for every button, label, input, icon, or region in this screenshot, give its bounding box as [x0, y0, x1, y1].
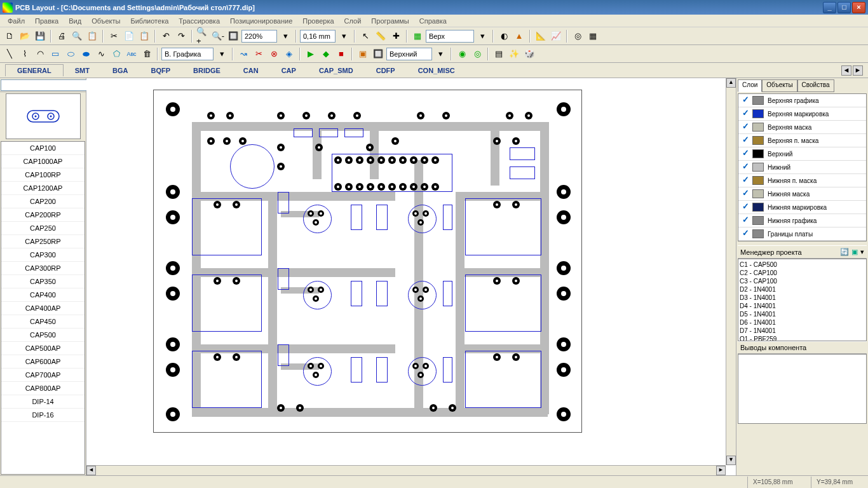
- layer-drop-icon[interactable]: ▾: [475, 29, 489, 43]
- project-item[interactable]: D5 - 1N4001: [740, 310, 865, 318]
- scroll-left-icon[interactable]: ◄: [86, 466, 96, 475]
- scroll-down-icon[interactable]: ▼: [726, 456, 736, 465]
- component-item[interactable]: CAP200RP: [1, 208, 85, 222]
- ic-icon[interactable]: ▤: [492, 47, 506, 61]
- origin-icon[interactable]: ✚: [389, 29, 403, 43]
- check-icon[interactable]: ✓: [741, 96, 750, 105]
- component-list[interactable]: CAP100CAP1000APCAP100RPCAP1200APCAP200CA…: [1, 141, 85, 475]
- cut-icon[interactable]: ✂: [107, 29, 121, 43]
- tab-can[interactable]: CAN: [232, 65, 270, 76]
- ellipse-icon[interactable]: ⬭: [64, 47, 78, 61]
- preview-icon[interactable]: 🔍: [70, 29, 84, 43]
- refresh-icon[interactable]: 🔄: [840, 248, 849, 256]
- menu-программы[interactable]: Программы: [366, 16, 414, 25]
- check-icon[interactable]: ✓: [741, 229, 750, 238]
- copy-icon[interactable]: 📄: [122, 29, 136, 43]
- component-item[interactable]: CAP100RP: [1, 168, 85, 182]
- scroll-right-icon[interactable]: ►: [716, 466, 726, 475]
- component-item[interactable]: CAP400AP: [1, 302, 85, 315]
- line-icon[interactable]: ╲: [3, 47, 17, 61]
- arc-icon[interactable]: ◠: [33, 47, 47, 61]
- zoom-combo[interactable]: [241, 30, 277, 43]
- wave-icon[interactable]: ∿: [94, 47, 108, 61]
- side-combo[interactable]: [386, 48, 432, 60]
- check-icon[interactable]: ✓: [741, 109, 750, 118]
- tab-general[interactable]: GENERAL: [5, 64, 64, 76]
- board-icon[interactable]: 🔲: [371, 47, 385, 61]
- undo-icon[interactable]: ↶: [159, 29, 173, 43]
- component-item[interactable]: CAP300RP: [1, 262, 85, 275]
- check-icon[interactable]: ✓: [741, 163, 750, 172]
- canvas-area[interactable]: ▲ ▼ ◄ ►: [86, 78, 736, 475]
- expand-icon[interactable]: ▾: [860, 248, 864, 256]
- project-item[interactable]: D4 - 1N4001: [740, 302, 865, 310]
- component-item[interactable]: CAP100: [1, 142, 85, 155]
- component-item[interactable]: CAP800AP: [1, 382, 85, 395]
- polygon-icon[interactable]: ⬠: [109, 47, 123, 61]
- check-icon[interactable]: ✓: [741, 136, 750, 145]
- stop-icon[interactable]: ■: [334, 47, 348, 61]
- via2-icon[interactable]: ◎: [470, 47, 484, 61]
- side-drop-icon[interactable]: ▾: [433, 47, 447, 61]
- layer-row[interactable]: ✓Нижний: [738, 161, 866, 174]
- layer2-combo[interactable]: [161, 48, 214, 60]
- component-item[interactable]: DIP-16: [1, 409, 85, 422]
- text-icon[interactable]: Авс: [125, 47, 139, 61]
- project-item[interactable]: C3 - CAP100: [740, 277, 865, 285]
- play-icon[interactable]: ▶: [304, 47, 318, 61]
- menu-объекты[interactable]: Объекты: [86, 16, 125, 25]
- component-item[interactable]: CAP500AP: [1, 342, 85, 355]
- menu-вид[interactable]: Вид: [64, 16, 86, 25]
- layer-row[interactable]: ✓Нижняя маска: [738, 187, 866, 201]
- check-icon[interactable]: ✓: [741, 216, 750, 225]
- drc-icon[interactable]: ◎: [571, 29, 585, 43]
- via-icon[interactable]: ⊗: [267, 47, 281, 61]
- zoom-fit-icon[interactable]: 🔲: [226, 29, 240, 43]
- layer-row[interactable]: ✓Верхняя графика: [738, 94, 866, 107]
- delete-icon[interactable]: 🗑: [140, 47, 154, 61]
- tab-con_misc[interactable]: CON_MISC: [407, 65, 466, 76]
- menu-проверка[interactable]: Проверка: [297, 16, 339, 25]
- tab-left-icon[interactable]: ◄: [841, 65, 851, 76]
- save-icon[interactable]: 💾: [33, 29, 47, 43]
- tab-bridge[interactable]: BRIDGE: [182, 65, 232, 76]
- autoroute-icon[interactable]: ◆: [319, 47, 333, 61]
- component-item[interactable]: CAP700AP: [1, 369, 85, 382]
- pad-icon[interactable]: ◉: [455, 47, 469, 61]
- layer-row[interactable]: ✓Нижняя п. маска: [738, 174, 866, 187]
- component-item[interactable]: CAP500: [1, 329, 85, 342]
- check-icon[interactable]: ✓: [741, 203, 750, 212]
- paste-icon[interactable]: 📋: [137, 29, 151, 43]
- pointer-icon[interactable]: ↖: [358, 29, 372, 43]
- layer2-drop-icon[interactable]: ▾: [215, 47, 229, 61]
- layer-row[interactable]: ✓Нижняя графика: [738, 214, 866, 227]
- project-item[interactable]: D2 - 1N4001: [740, 285, 865, 294]
- project-item[interactable]: D7 - 1N4001: [740, 327, 865, 335]
- zoom-out-icon[interactable]: 🔍-: [211, 29, 225, 43]
- component-icon[interactable]: ▦: [410, 29, 424, 43]
- layer-row[interactable]: ✓Верхняя п. маска: [738, 134, 866, 147]
- tab-cap_smd[interactable]: CAP_SMD: [308, 65, 365, 76]
- layer-row[interactable]: ✓Верхняя маркировка: [738, 107, 866, 121]
- scroll-up-icon[interactable]: ▲: [726, 78, 736, 88]
- export-icon[interactable]: 📋: [85, 29, 99, 43]
- chart-icon[interactable]: 📈: [549, 29, 563, 43]
- rtab-1[interactable]: Объекты: [762, 79, 797, 92]
- check-icon[interactable]: ✓: [741, 123, 750, 132]
- tab-bqfp[interactable]: BQFP: [139, 65, 182, 76]
- menu-трассировка[interactable]: Трассировка: [173, 16, 225, 25]
- maximize-button[interactable]: □: [837, 2, 851, 13]
- grid-icon[interactable]: ▦: [586, 29, 600, 43]
- project-item[interactable]: D6 - 1N4001: [740, 318, 865, 327]
- 3d-icon[interactable]: 🎲: [522, 47, 536, 61]
- component-item[interactable]: CAP300: [1, 248, 85, 262]
- layer-row[interactable]: ✓Верхняя маска: [738, 121, 866, 134]
- rtab-0[interactable]: Слои: [738, 79, 762, 92]
- scrollbar-horizontal[interactable]: ◄ ►: [86, 465, 726, 475]
- polyline-icon[interactable]: ⌇: [18, 47, 32, 61]
- linewidth-combo[interactable]: [300, 30, 336, 43]
- component-item[interactable]: CAP200: [1, 195, 85, 208]
- project-list[interactable]: C1 - CAP500C2 - CAP100C3 - CAP100D2 - 1N…: [738, 259, 867, 341]
- layer-row[interactable]: ✓Границы платы: [738, 227, 866, 241]
- marker-icon[interactable]: ▲: [512, 29, 526, 43]
